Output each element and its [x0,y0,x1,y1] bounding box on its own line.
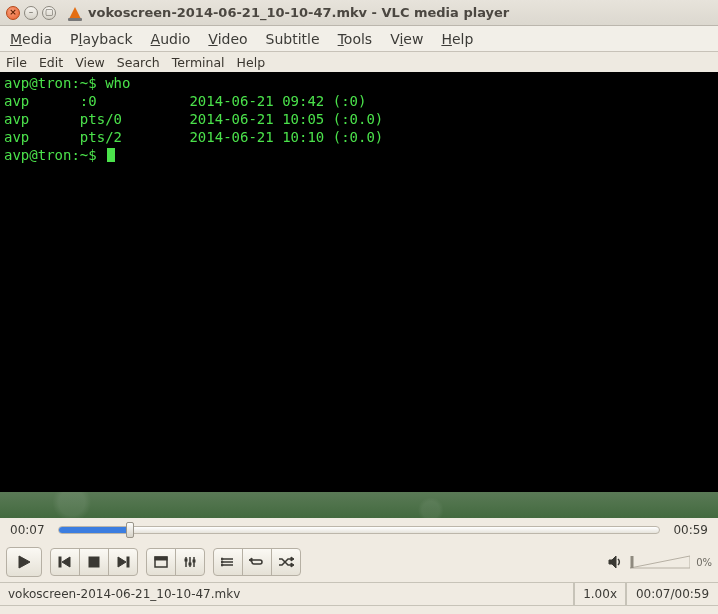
play-button[interactable] [6,547,42,577]
svg-rect-5 [127,557,129,567]
terminal-menu-help: Help [237,55,266,70]
fullscreen-icon [154,556,168,568]
loop-button[interactable] [242,548,272,576]
vlc-menubar: Media Playback Audio Video Subtitle Tool… [0,26,718,52]
video-surface[interactable]: avp@tron:~$ who avp :0 2014-06-21 09:42 … [0,72,718,492]
next-button[interactable] [108,548,138,576]
volume-area: 0% [608,554,712,570]
terminal-cursor [107,148,115,162]
terminal-menu-view: View [75,55,105,70]
svg-marker-24 [630,556,690,568]
previous-button[interactable] [50,548,80,576]
svg-marker-20 [249,558,252,562]
svg-marker-23 [609,556,616,568]
extended-settings-button[interactable] [175,548,205,576]
video-decor-bar [0,492,718,518]
status-time[interactable]: 00:07/00:59 [626,583,718,606]
play-icon [17,555,31,569]
menu-media[interactable]: Media [10,31,52,47]
window-titlebar: × – ▢ vokoscreen-2014-06-21_10-10-47.mkv… [0,0,718,26]
terminal-menu-search: Search [117,55,160,70]
playlist-group [213,548,301,576]
playlist-icon [221,556,235,568]
menu-view[interactable]: View [390,31,423,47]
fullscreen-button[interactable] [146,548,176,576]
window-close-button[interactable]: × [6,6,20,20]
seek-fill [59,527,130,533]
window-maximize-button[interactable]: ▢ [42,6,56,20]
status-speed[interactable]: 1.00x [574,583,626,606]
menu-video[interactable]: Video [208,31,247,47]
menu-subtitle[interactable]: Subtitle [266,31,320,47]
skip-next-icon [116,556,130,568]
seek-knob[interactable] [126,522,134,538]
svg-point-19 [221,564,223,566]
loop-icon [249,556,265,568]
stop-icon [88,556,100,568]
terminal-menu-file: File [6,55,27,70]
control-bar: 0% [0,542,718,582]
terminal-menubar: File Edit View Search Terminal Help [0,52,718,72]
seek-row: 00:07 00:59 [0,518,718,542]
terminal-menu-edit: Edit [39,55,63,70]
volume-percent: 0% [696,557,712,568]
shuffle-button[interactable] [271,548,301,576]
svg-marker-0 [19,556,30,568]
seek-slider[interactable] [58,526,660,534]
volume-slider[interactable] [630,554,690,570]
track-nav-group [50,548,138,576]
view-tools-group [146,548,205,576]
playlist-button[interactable] [213,548,243,576]
svg-rect-12 [189,563,191,565]
skip-previous-icon [58,556,72,568]
svg-point-18 [221,561,223,563]
terminal-output: avp@tron:~$ who avp :0 2014-06-21 09:42 … [0,72,718,166]
svg-marker-21 [291,557,294,561]
menu-playback[interactable]: Playback [70,31,132,47]
window-minimize-button[interactable]: – [24,6,38,20]
shuffle-icon [278,556,294,568]
svg-marker-2 [62,557,70,567]
menu-audio[interactable]: Audio [151,31,191,47]
svg-rect-11 [185,559,187,561]
mute-button[interactable] [608,555,624,569]
vlc-cone-icon [68,5,82,21]
terminal-menu-terminal: Terminal [172,55,225,70]
svg-rect-13 [193,560,195,562]
status-bar: vokoscreen-2014-06-21_10-10-47.mkv 1.00x… [0,582,718,606]
svg-rect-7 [155,557,167,560]
menu-tools[interactable]: Tools [338,31,373,47]
svg-marker-22 [291,563,294,567]
speaker-icon [608,555,624,569]
svg-marker-4 [118,557,126,567]
svg-rect-3 [89,557,99,567]
total-time[interactable]: 00:59 [668,523,708,537]
stop-button[interactable] [79,548,109,576]
elapsed-time[interactable]: 00:07 [10,523,50,537]
window-buttons: × – ▢ [6,6,56,20]
svg-point-17 [221,558,223,560]
window-title: vokoscreen-2014-06-21_10-10-47.mkv - VLC… [88,5,509,20]
status-filename[interactable]: vokoscreen-2014-06-21_10-10-47.mkv [0,583,574,606]
menu-help[interactable]: Help [441,31,473,47]
equalizer-icon [183,556,197,568]
svg-rect-1 [59,557,61,567]
